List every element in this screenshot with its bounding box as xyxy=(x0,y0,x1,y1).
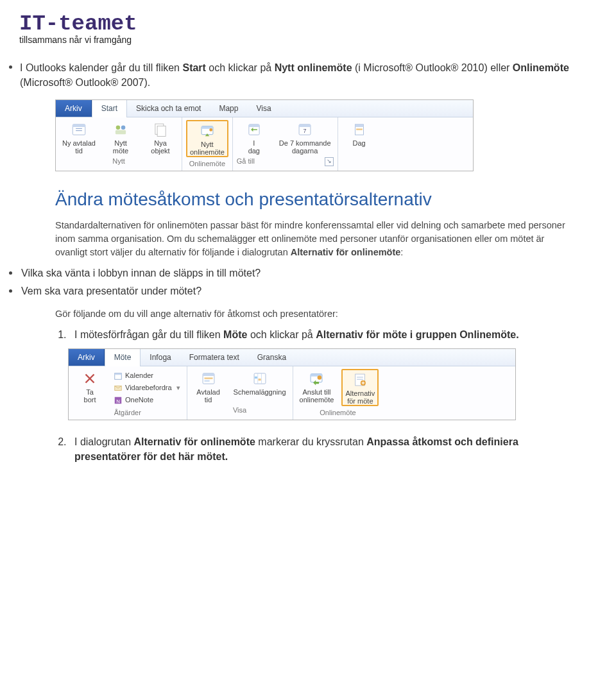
group-label-visa: Visa xyxy=(191,405,289,416)
logo-tagline: tillsammans når vi framgång xyxy=(19,33,597,46)
tab-skicka[interactable]: Skicka och ta emot xyxy=(127,100,210,117)
group-label-gatill: Gå till ↘ xyxy=(237,157,334,167)
intro-bullet: I Outlooks kalender går du till fliken S… xyxy=(9,60,597,90)
tab2-granska[interactable]: Granska xyxy=(248,349,295,366)
btn-nya-objekt[interactable]: Nya objekt xyxy=(143,120,178,155)
btn-kalender[interactable]: Kalender xyxy=(111,370,183,382)
delete-icon xyxy=(81,370,99,387)
section-title: Ändra mötesåtkomst och presentatörsalter… xyxy=(55,187,597,213)
logo-text: IT-teamet xyxy=(19,13,597,35)
svg-point-4 xyxy=(116,125,121,130)
meeting-icon xyxy=(112,121,130,138)
atgarder-column: Kalender Vidarebefordra▾ N OneNote xyxy=(111,369,183,406)
btn-de7-dagarna[interactable]: 7 De 7 kommande dagarna xyxy=(277,120,334,155)
step-1: I mötesförfrågan går du till fliken Möte… xyxy=(69,327,571,342)
appointment-icon xyxy=(70,121,88,138)
svg-point-5 xyxy=(121,125,126,130)
appointment-icon xyxy=(200,370,218,387)
bullet-icon xyxy=(9,65,12,69)
group-label-onlinemote: Onlinemöte xyxy=(186,159,228,169)
svg-rect-8 xyxy=(157,126,166,136)
tab-arkiv[interactable]: Arkiv xyxy=(56,100,92,117)
tab-visa[interactable]: Visa xyxy=(247,100,280,117)
btn-nytt-mote[interactable]: Nytt möte xyxy=(103,120,138,155)
group-gatill: I dag 7 De 7 kommande dagarna Gå till ↘ xyxy=(233,117,338,171)
calendar-icon xyxy=(114,371,123,380)
intro-text: I Outlooks kalender går du till fliken S… xyxy=(20,60,597,90)
svg-rect-15 xyxy=(299,124,311,127)
bullet-presenter: Vem ska vara presentatör under mötet? xyxy=(9,284,597,298)
group-label-atgarder: Åtgärder xyxy=(73,408,183,418)
svg-rect-6 xyxy=(116,130,126,134)
logo-block: IT-teamet tillsammans når vi framgång xyxy=(19,13,597,46)
options-bullet-list: Vilka ska vänta i lobbyn innan de släpps… xyxy=(23,266,597,298)
group-onlinemote: Nytt onlinemöte Onlinemöte xyxy=(182,117,233,171)
btn-ta-bort[interactable]: Ta bort xyxy=(73,369,107,404)
tab2-arkiv[interactable]: Arkiv xyxy=(69,349,105,366)
btn-nytt-onlinemote[interactable]: Nytt onlinemöte xyxy=(186,120,228,157)
svg-rect-19 xyxy=(356,128,363,130)
group-dag: Dag xyxy=(338,117,381,171)
group-label-nytt: Nytt xyxy=(60,157,178,167)
group-nytt: Ny avtalad tid Nytt möte Nya objekt Nytt xyxy=(56,117,182,171)
next7days-icon: 7 xyxy=(296,121,314,138)
svg-point-38 xyxy=(318,375,322,380)
onenote-icon: N xyxy=(114,396,123,405)
svg-point-11 xyxy=(209,128,212,132)
bullet-lobby: Vilka ska vänta i lobbyn innan de släpps… xyxy=(9,266,597,280)
svg-rect-13 xyxy=(249,124,259,127)
svg-rect-34 xyxy=(254,377,257,379)
step-2: I dialogrutan Alternativ för onlinemöte … xyxy=(69,434,571,464)
group-onlinemote-2: Anslut till onlinemöte Alternativ för mö… xyxy=(293,366,383,420)
outlook-ribbon-start: Arkiv Start Skicka och ta emot Mapp Visa… xyxy=(55,99,474,171)
group-visa: Avtalad tid Schemaläggning Visa xyxy=(187,366,293,420)
paragraph-do-following: Gör följande om du vill ange alternativ … xyxy=(55,307,571,321)
ribbon2-tabs: Arkiv Möte Infoga Formatera text Granska xyxy=(69,349,515,366)
btn-alternativ-for-mote[interactable]: Alternativ för möte xyxy=(341,369,379,406)
svg-rect-30 xyxy=(204,380,209,381)
btn-onenote[interactable]: N OneNote xyxy=(111,395,183,406)
ribbon-body: Ny avtalad tid Nytt möte Nya objekt Nytt… xyxy=(56,117,473,171)
tab2-infoga[interactable]: Infoga xyxy=(141,349,180,366)
meeting-options-icon xyxy=(351,371,369,388)
btn-schemalaggning[interactable]: Schemaläggning xyxy=(231,369,289,404)
svg-rect-1 xyxy=(73,124,85,127)
paragraph-standard-alternativ: Standardalternativen för onlinemöten pas… xyxy=(55,219,571,259)
ribbon-tabs: Arkiv Start Skicka och ta emot Mapp Visa xyxy=(56,100,473,117)
online-meeting-icon xyxy=(198,123,216,139)
btn-vidarebefordra[interactable]: Vidarebefordra▾ xyxy=(111,382,183,394)
svg-text:7: 7 xyxy=(304,128,307,134)
scheduling-icon xyxy=(251,370,269,387)
tab-mapp[interactable]: Mapp xyxy=(210,100,247,117)
btn-ny-avtalad-tid[interactable]: Ny avtalad tid xyxy=(60,120,98,155)
outlook-ribbon-mote: Arkiv Möte Infoga Formatera text Granska… xyxy=(68,348,516,420)
forward-icon xyxy=(114,384,123,393)
group-label-onlinemote-2: Onlinemöte xyxy=(297,408,379,418)
svg-rect-29 xyxy=(204,377,212,379)
tab2-formatera[interactable]: Formatera text xyxy=(180,349,248,366)
tab2-mote[interactable]: Möte xyxy=(105,349,141,366)
expand-icon[interactable]: ↘ xyxy=(325,157,334,166)
svg-rect-28 xyxy=(203,373,214,376)
svg-text:N: N xyxy=(116,398,120,404)
svg-rect-23 xyxy=(115,373,122,375)
btn-dag[interactable]: Dag xyxy=(342,120,377,147)
day-icon xyxy=(350,121,368,138)
btn-anslut-onlinemote[interactable]: Anslut till onlinemöte xyxy=(297,369,337,406)
today-icon xyxy=(245,121,263,138)
ribbon2-body: Ta bort Kalender Vidarebefordra▾ N OneNo… xyxy=(69,366,515,420)
svg-rect-35 xyxy=(258,379,261,380)
group-atgarder: Ta bort Kalender Vidarebefordra▾ N OneNo… xyxy=(69,366,187,420)
steps-list-2: I dialogrutan Alternativ för onlinemöte … xyxy=(55,434,571,464)
svg-rect-18 xyxy=(355,124,363,127)
steps-list: I mötesförfrågan går du till fliken Möte… xyxy=(55,327,571,342)
btn-i-dag[interactable]: I dag xyxy=(237,120,271,155)
new-items-icon xyxy=(151,121,169,138)
tab-start[interactable]: Start xyxy=(92,100,127,117)
join-online-icon xyxy=(307,370,325,387)
btn-avtalad-tid[interactable]: Avtalad tid xyxy=(191,369,226,404)
